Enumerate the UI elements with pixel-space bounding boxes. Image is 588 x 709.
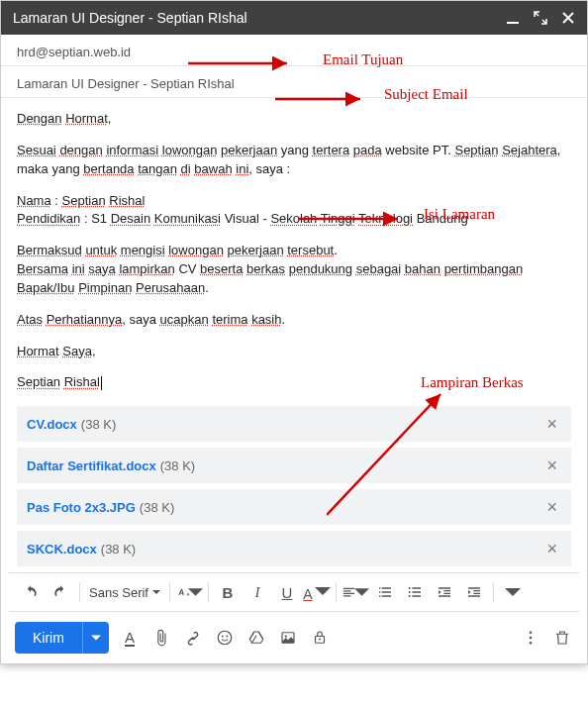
to-field[interactable]: hrd@septian.web.id <box>1 35 587 66</box>
attachment-size: (38 K) <box>140 500 174 515</box>
indent-more-icon[interactable] <box>460 577 488 607</box>
redo-icon[interactable] <box>47 577 74 607</box>
svg-point-5 <box>222 636 224 638</box>
text-format-icon[interactable]: A <box>119 627 141 649</box>
numbered-list-icon[interactable] <box>371 577 399 607</box>
subject-field[interactable]: Lamaran UI Designer - Septian RIshal <box>1 66 587 98</box>
attachment-size: (38 K) <box>160 458 195 473</box>
bottom-toolbar: Kirim A <box>1 612 587 663</box>
send-button[interactable]: Kirim <box>15 622 82 654</box>
svg-rect-0 <box>507 22 519 24</box>
close-icon[interactable] <box>561 11 575 25</box>
svg-point-6 <box>226 636 228 638</box>
format-toolbar: Sans Serif B I U A <box>9 572 579 612</box>
svg-point-10 <box>319 639 321 641</box>
attachment-row[interactable]: CV.docx (38 K) × <box>17 406 571 442</box>
discard-icon[interactable] <box>551 627 573 649</box>
bold-icon[interactable]: B <box>214 577 242 607</box>
image-icon[interactable] <box>277 627 299 649</box>
attachment-row[interactable]: Pas Foto 2x3.JPG (38 K) × <box>17 489 571 525</box>
compose-window: Lamaran UI Designer - Septian RIshal hrd… <box>0 0 588 664</box>
font-select[interactable]: Sans Serif <box>85 585 164 600</box>
send-options-button[interactable] <box>82 622 109 654</box>
confidential-icon[interactable] <box>309 627 331 649</box>
attach-icon[interactable] <box>150 627 172 649</box>
bullet-list-icon[interactable] <box>401 577 429 607</box>
drive-icon[interactable] <box>245 627 267 649</box>
attachments-list: CV.docx (38 K) × Daftar Sertifikat.docx … <box>1 406 587 566</box>
text-cursor <box>101 376 102 390</box>
email-body[interactable]: Dengan Hormat, Sesuai dengan informasi l… <box>1 98 587 406</box>
more-formatting-icon[interactable] <box>499 577 527 607</box>
remove-attachment-icon[interactable]: × <box>542 415 561 433</box>
attachment-name: CV.docx <box>27 417 77 432</box>
indent-less-icon[interactable] <box>431 577 458 607</box>
italic-icon[interactable]: I <box>244 577 271 607</box>
subject-value: Lamaran UI Designer - Septian RIshal <box>17 76 235 91</box>
titlebar: Lamaran UI Designer - Septian RIshal <box>1 1 587 35</box>
align-icon[interactable] <box>342 577 369 607</box>
expand-icon[interactable] <box>534 11 547 25</box>
svg-point-12 <box>530 637 533 640</box>
underline-icon[interactable]: U <box>273 577 301 607</box>
emoji-icon[interactable] <box>214 627 236 649</box>
svg-point-2 <box>409 591 411 593</box>
remove-attachment-icon[interactable]: × <box>542 498 561 516</box>
window-title: Lamaran UI Designer - Septian RIshal <box>13 10 506 26</box>
svg-point-4 <box>218 632 232 646</box>
undo-icon[interactable] <box>17 577 45 607</box>
svg-point-3 <box>409 595 411 597</box>
attachment-size: (38 K) <box>81 417 116 432</box>
remove-attachment-icon[interactable]: × <box>542 540 561 557</box>
font-size-icon[interactable] <box>175 577 203 607</box>
text-color-icon[interactable]: A <box>303 577 331 607</box>
attachment-name: SKCK.docx <box>27 542 97 557</box>
svg-point-13 <box>530 642 533 645</box>
svg-point-8 <box>285 636 287 638</box>
more-options-icon[interactable] <box>520 627 541 649</box>
attachment-name: Pas Foto 2x3.JPG <box>27 500 136 515</box>
minimize-icon[interactable] <box>506 11 520 25</box>
attachment-size: (38 K) <box>101 542 136 557</box>
svg-point-11 <box>530 632 533 635</box>
to-value: hrd@septian.web.id <box>17 45 131 59</box>
link-icon[interactable] <box>182 627 204 649</box>
attachment-row[interactable]: Daftar Sertifikat.docx (38 K) × <box>17 448 571 483</box>
remove-attachment-icon[interactable]: × <box>542 456 561 474</box>
svg-point-1 <box>409 587 411 589</box>
attachment-row[interactable]: SKCK.docx (38 K) × <box>17 531 571 566</box>
attachment-name: Daftar Sertifikat.docx <box>27 458 156 473</box>
